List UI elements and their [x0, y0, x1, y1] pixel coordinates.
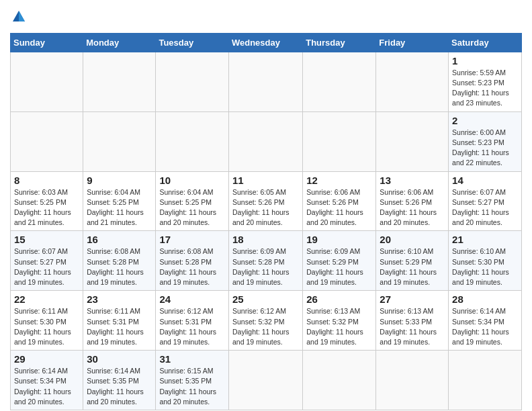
calendar-cell: 10Sunrise: 6:04 AMSunset: 5:25 PMDayligh…	[156, 171, 229, 231]
calendar-cell	[156, 52, 229, 111]
calendar-cell	[376, 351, 449, 410]
day-info: Sunrise: 6:11 AMSunset: 5:31 PMDaylight:…	[87, 306, 152, 347]
calendar-cell	[11, 111, 83, 171]
calendar-cell: 11Sunrise: 6:05 AMSunset: 5:26 PMDayligh…	[228, 171, 302, 231]
logo-icon	[11, 9, 26, 24]
calendar-week-row: 8Sunrise: 6:03 AMSunset: 5:25 PMDaylight…	[11, 171, 522, 231]
calendar-cell: 12Sunrise: 6:06 AMSunset: 5:26 PMDayligh…	[303, 171, 376, 231]
day-info: Sunrise: 6:03 AMSunset: 5:25 PMDaylight:…	[14, 187, 79, 228]
calendar-header-thursday: Thursday	[303, 33, 376, 52]
calendar-cell: 17Sunrise: 6:08 AMSunset: 5:28 PMDayligh…	[156, 231, 229, 291]
day-info: Sunrise: 6:05 AMSunset: 5:26 PMDaylight:…	[232, 187, 299, 228]
calendar-cell	[156, 111, 229, 171]
day-info: Sunrise: 6:12 AMSunset: 5:32 PMDaylight:…	[232, 306, 299, 347]
day-number: 14	[452, 175, 518, 186]
day-info: Sunrise: 6:04 AMSunset: 5:25 PMDaylight:…	[159, 187, 225, 228]
calendar-cell	[83, 52, 156, 111]
calendar-cell: 16Sunrise: 6:08 AMSunset: 5:28 PMDayligh…	[83, 231, 156, 291]
day-number: 1	[452, 55, 518, 66]
day-number: 12	[306, 175, 372, 186]
logo	[10, 9, 26, 28]
day-number: 29	[14, 353, 79, 365]
day-info: Sunrise: 6:09 AMSunset: 5:28 PMDaylight:…	[232, 246, 299, 287]
day-number: 23	[87, 293, 152, 305]
calendar-cell: 13Sunrise: 6:06 AMSunset: 5:26 PMDayligh…	[376, 171, 449, 231]
day-info: Sunrise: 6:15 AMSunset: 5:35 PMDaylight:…	[159, 366, 225, 407]
day-number: 22	[14, 293, 79, 305]
calendar-cell: 19Sunrise: 6:09 AMSunset: 5:29 PMDayligh…	[303, 231, 376, 291]
calendar-cell	[228, 351, 302, 410]
calendar-cell	[376, 111, 449, 171]
page-header	[10, 7, 522, 28]
day-number: 9	[87, 175, 152, 186]
day-number: 11	[232, 175, 299, 186]
day-info: Sunrise: 6:07 AMSunset: 5:27 PMDaylight:…	[452, 187, 518, 228]
calendar-week-row: 29Sunrise: 6:14 AMSunset: 5:34 PMDayligh…	[11, 351, 522, 410]
calendar-cell	[449, 351, 522, 410]
calendar-header-wednesday: Wednesday	[228, 33, 302, 52]
calendar-cell: 25Sunrise: 6:12 AMSunset: 5:32 PMDayligh…	[228, 291, 302, 351]
day-number: 26	[306, 293, 372, 305]
day-info: Sunrise: 6:14 AMSunset: 5:34 PMDaylight:…	[14, 366, 79, 407]
day-info: Sunrise: 6:00 AMSunset: 5:23 PMDaylight:…	[452, 128, 518, 169]
day-number: 21	[452, 234, 518, 245]
calendar-header-tuesday: Tuesday	[156, 33, 229, 52]
calendar-cell: 2Sunrise: 6:00 AMSunset: 5:23 PMDaylight…	[449, 111, 522, 171]
day-info: Sunrise: 6:10 AMSunset: 5:30 PMDaylight:…	[452, 246, 518, 287]
calendar-cell: 27Sunrise: 6:13 AMSunset: 5:33 PMDayligh…	[376, 291, 449, 351]
calendar-cell: 31Sunrise: 6:15 AMSunset: 5:35 PMDayligh…	[156, 351, 229, 410]
calendar-cell	[228, 52, 302, 111]
calendar-cell: 22Sunrise: 6:11 AMSunset: 5:30 PMDayligh…	[11, 291, 83, 351]
calendar-cell: 9Sunrise: 6:04 AMSunset: 5:25 PMDaylight…	[83, 171, 156, 231]
day-number: 27	[380, 293, 445, 305]
calendar-header-saturday: Saturday	[449, 33, 522, 52]
calendar-cell: 28Sunrise: 6:14 AMSunset: 5:34 PMDayligh…	[449, 291, 522, 351]
day-number: 15	[14, 234, 79, 245]
day-number: 13	[380, 175, 445, 186]
day-info: Sunrise: 6:04 AMSunset: 5:25 PMDaylight:…	[87, 187, 152, 228]
calendar-cell	[376, 52, 449, 111]
calendar-header-friday: Friday	[376, 33, 449, 52]
calendar-cell: 1Sunrise: 5:59 AMSunset: 5:23 PMDaylight…	[449, 52, 522, 111]
day-number: 25	[232, 293, 299, 305]
calendar-cell: 15Sunrise: 6:07 AMSunset: 5:27 PMDayligh…	[11, 231, 83, 291]
day-info: Sunrise: 6:12 AMSunset: 5:31 PMDaylight:…	[159, 306, 225, 347]
day-number: 19	[306, 234, 372, 245]
calendar-cell: 29Sunrise: 6:14 AMSunset: 5:34 PMDayligh…	[11, 351, 83, 410]
calendar-cell: 30Sunrise: 6:14 AMSunset: 5:35 PMDayligh…	[83, 351, 156, 410]
day-info: Sunrise: 6:13 AMSunset: 5:33 PMDaylight:…	[380, 306, 445, 347]
calendar-cell	[303, 111, 376, 171]
calendar-header-row: SundayMondayTuesdayWednesdayThursdayFrid…	[11, 33, 522, 52]
day-info: Sunrise: 5:59 AMSunset: 5:23 PMDaylight:…	[452, 68, 518, 109]
day-number: 10	[159, 175, 225, 186]
day-info: Sunrise: 6:11 AMSunset: 5:30 PMDaylight:…	[14, 306, 79, 347]
day-info: Sunrise: 6:08 AMSunset: 5:28 PMDaylight:…	[87, 246, 152, 287]
day-number: 20	[380, 234, 445, 245]
calendar-header-monday: Monday	[83, 33, 156, 52]
day-info: Sunrise: 6:14 AMSunset: 5:34 PMDaylight:…	[452, 306, 518, 347]
calendar-cell	[11, 52, 83, 111]
day-info: Sunrise: 6:08 AMSunset: 5:28 PMDaylight:…	[159, 246, 225, 287]
calendar-header-sunday: Sunday	[11, 33, 83, 52]
day-info: Sunrise: 6:13 AMSunset: 5:32 PMDaylight:…	[306, 306, 372, 347]
calendar-week-row: 2Sunrise: 6:00 AMSunset: 5:23 PMDaylight…	[11, 111, 522, 171]
calendar-cell: 18Sunrise: 6:09 AMSunset: 5:28 PMDayligh…	[228, 231, 302, 291]
calendar-cell	[303, 351, 376, 410]
day-info: Sunrise: 6:06 AMSunset: 5:26 PMDaylight:…	[380, 187, 445, 228]
calendar-week-row: 15Sunrise: 6:07 AMSunset: 5:27 PMDayligh…	[11, 231, 522, 291]
calendar-week-row: 1Sunrise: 5:59 AMSunset: 5:23 PMDaylight…	[11, 52, 522, 111]
calendar-cell: 24Sunrise: 6:12 AMSunset: 5:31 PMDayligh…	[156, 291, 229, 351]
day-info: Sunrise: 6:14 AMSunset: 5:35 PMDaylight:…	[87, 366, 152, 407]
day-number: 31	[159, 353, 225, 365]
day-number: 28	[452, 293, 518, 305]
calendar-cell: 26Sunrise: 6:13 AMSunset: 5:32 PMDayligh…	[303, 291, 376, 351]
day-number: 2	[452, 115, 518, 126]
calendar-cell: 14Sunrise: 6:07 AMSunset: 5:27 PMDayligh…	[449, 171, 522, 231]
calendar-cell	[83, 111, 156, 171]
day-number: 17	[159, 234, 225, 245]
day-info: Sunrise: 6:10 AMSunset: 5:29 PMDaylight:…	[380, 246, 445, 287]
day-info: Sunrise: 6:06 AMSunset: 5:26 PMDaylight:…	[306, 187, 372, 228]
calendar-cell: 8Sunrise: 6:03 AMSunset: 5:25 PMDaylight…	[11, 171, 83, 231]
calendar-cell: 21Sunrise: 6:10 AMSunset: 5:30 PMDayligh…	[449, 231, 522, 291]
day-info: Sunrise: 6:09 AMSunset: 5:29 PMDaylight:…	[306, 246, 372, 287]
